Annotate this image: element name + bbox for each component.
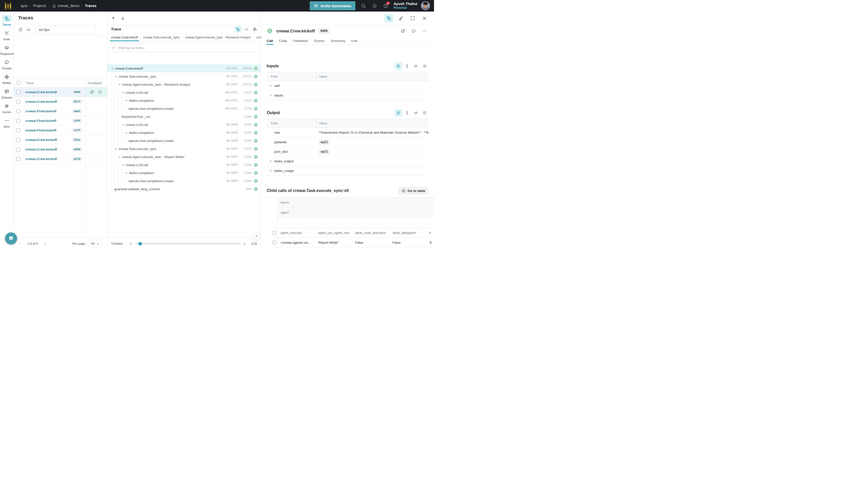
trace-name-link[interactable]: crewai.Crew.kickoff [25, 147, 57, 151]
trace-breadcrumb-tab[interactable]: crewai.Task.execute_sync [141, 34, 182, 41]
code-format-icon[interactable] [412, 109, 420, 117]
tree-row[interactable]: litellm.completion<$0.00012.82s [107, 97, 261, 105]
tree-row[interactable]: crewai.LLM.call$0.00035.85s [107, 161, 261, 169]
expand-rows-icon[interactable] [404, 109, 411, 117]
next-call-arrow-down-icon[interactable] [119, 14, 127, 22]
row-checkbox[interactable] [272, 241, 276, 244]
trace-id-badge[interactable]: c5ff [72, 128, 82, 132]
tree-row[interactable]: crewai.Agent.execute_task - 'Report Writ… [107, 153, 261, 161]
list-view-icon[interactable] [395, 62, 402, 70]
tree-row[interactable]: crewai.LLM.call<$0.00012.82s [107, 88, 261, 97]
expand-chevron-icon[interactable] [267, 169, 274, 172]
tree-row[interactable]: guardrail-validate_blog_content0ms [107, 185, 261, 193]
invite-teammates-button[interactable]: Invite teammates [310, 1, 356, 10]
tab-code[interactable]: Code [276, 37, 290, 45]
chevron-down-icon[interactable] [118, 83, 122, 86]
row-checkbox[interactable] [16, 129, 20, 132]
trace-id-badge[interactable]: eab1 [72, 109, 82, 113]
prev-call-arrow-up-icon[interactable] [109, 14, 117, 22]
chevron-down-icon[interactable] [125, 131, 129, 134]
column-header-allow_code_execution[interactable]: allow_code_execution [352, 228, 389, 238]
chevron-down-icon[interactable] [121, 163, 126, 167]
trace-row[interactable]: crewai.Flow.kickoffc5ff [14, 126, 107, 135]
tree-row[interactable]: openai.chat.completions.create$0.00069.4… [107, 137, 261, 145]
select-all-checkbox[interactable] [16, 81, 20, 85]
tree-row[interactable]: openai.chat.completions.create$0.00035.8… [107, 177, 261, 185]
chevron-down-icon[interactable] [111, 67, 115, 70]
tab-feedback[interactable]: Feedback [290, 37, 311, 45]
trace-name-link[interactable]: crewai.Crew.kickoff [25, 157, 57, 161]
trace-id-badge[interactable]: c59f [72, 119, 82, 123]
tree-row[interactable]: SerperDevTool._run1.66s [107, 112, 261, 121]
close-icon[interactable] [420, 14, 429, 22]
chevron-down-icon[interactable] [121, 91, 126, 94]
timeline-slider[interactable] [135, 243, 240, 245]
chevron-down-icon[interactable] [114, 147, 119, 150]
search-icon[interactable] [359, 1, 369, 11]
hide-values-icon[interactable] [421, 62, 429, 70]
trace-row[interactable]: crewai.Crew.kickoffa17d [14, 154, 107, 164]
edit-pencil-icon[interactable] [397, 14, 405, 22]
tree-view-icon[interactable] [234, 26, 241, 33]
expand-chevron-icon[interactable] [267, 94, 274, 97]
trace-name-link[interactable]: crewai.Flow.kickoff [25, 119, 56, 123]
tab-use[interactable]: Use [348, 37, 360, 45]
breadcrumb-entity[interactable]: ayut [21, 4, 27, 8]
chevron-down-icon[interactable] [118, 155, 122, 159]
expand-rows-icon[interactable] [404, 62, 411, 70]
trace-column-header[interactable]: Trace [26, 81, 85, 85]
go-to-table-button[interactable]: Go to table [398, 187, 429, 195]
op-name-filter-input[interactable] [118, 46, 256, 50]
column-header-agent_executor[interactable]: agent_executor [277, 228, 315, 238]
timeline-prev-icon[interactable] [129, 242, 133, 245]
tree-row[interactable]: litellm.completion$0.00069.40s [107, 129, 261, 137]
ops-filter-select[interactable]: All Ops [35, 26, 96, 34]
expand-chevron-icon[interactable] [267, 160, 274, 163]
row-checkbox[interactable] [16, 157, 20, 161]
add-reaction-icon[interactable] [399, 27, 407, 35]
code-format-icon[interactable] [412, 62, 420, 70]
sidebar-item-scorers[interactable]: Scorers [0, 102, 14, 113]
feedback-column-header[interactable]: Feedback [85, 81, 107, 85]
breadcrumb-projects[interactable]: Projects [33, 4, 46, 8]
row-checkbox[interactable] [16, 90, 20, 94]
trace-breadcrumb-tab[interactable]: crewai.LLM.cal [254, 34, 261, 41]
sidebar-item-datasets[interactable]: Datasets [0, 88, 14, 99]
trace-row[interactable]: crewai.Flow.kickoffeab1 [14, 107, 107, 116]
chevron-down-icon[interactable] [121, 123, 126, 126]
breadcrumb-project[interactable]: crewai_demo [58, 4, 79, 8]
trace-name-link[interactable]: crewai.Crew.kickoff [25, 138, 57, 142]
tree-row[interactable]: crewai.LLM.call$0.00069.40s [107, 121, 261, 129]
tab-scores[interactable]: Scores [311, 37, 327, 45]
row-checkbox[interactable] [16, 100, 20, 104]
trace-row[interactable]: crewai.Crew.kickoff9d89 [14, 87, 107, 97]
tab-call[interactable]: Call [264, 37, 276, 45]
tree-row[interactable]: crewai.Agent.execute_task - 'Research An… [107, 81, 261, 88]
trace-breadcrumb-tab[interactable]: crewai.Crew.kickoff [109, 34, 140, 41]
select-all-checkbox[interactable] [272, 231, 276, 235]
tab-summary[interactable]: Summary [327, 37, 348, 45]
notifications-bell-icon[interactable] [370, 1, 380, 11]
sidebar-item-models[interactable]: Models [0, 73, 14, 84]
chevron-down-icon[interactable] [125, 99, 129, 102]
tree-row[interactable]: crewai.Task.execute_sync$0.000713.92s [107, 72, 261, 81]
wandb-logo[interactable] [4, 2, 12, 10]
column-header-b[interactable]: b [426, 228, 434, 238]
trace-breadcrumb-tab[interactable]: crewai.Agent.execute_task - 'Research An… [183, 34, 253, 41]
code-view-icon[interactable] [243, 26, 250, 33]
trace-name-link[interactable]: crewai.Crew.kickoff [25, 90, 57, 94]
row-checkbox[interactable] [16, 119, 20, 123]
scroll-to-top-button[interactable] [252, 232, 260, 240]
trace-id-badge[interactable]: 316c [72, 138, 82, 142]
prev-page-icon[interactable] [16, 240, 24, 247]
sidebar-item-playground[interactable]: Playground [0, 44, 14, 55]
hide-values-icon[interactable] [421, 109, 429, 117]
row-checkbox[interactable] [16, 109, 20, 113]
show-trace-tree-icon[interactable] [385, 14, 393, 23]
flame-graph-icon[interactable] [251, 26, 258, 33]
user-menu[interactable]: Ayush Thakur Personal [394, 1, 418, 10]
sidebar-item-traces[interactable]: Traces [0, 15, 14, 26]
more-options-icon[interactable] [420, 27, 429, 35]
call-id-badge[interactable]: 9d89 [318, 28, 330, 34]
column-header-allow_delegation[interactable]: allow_delegation [389, 228, 426, 238]
